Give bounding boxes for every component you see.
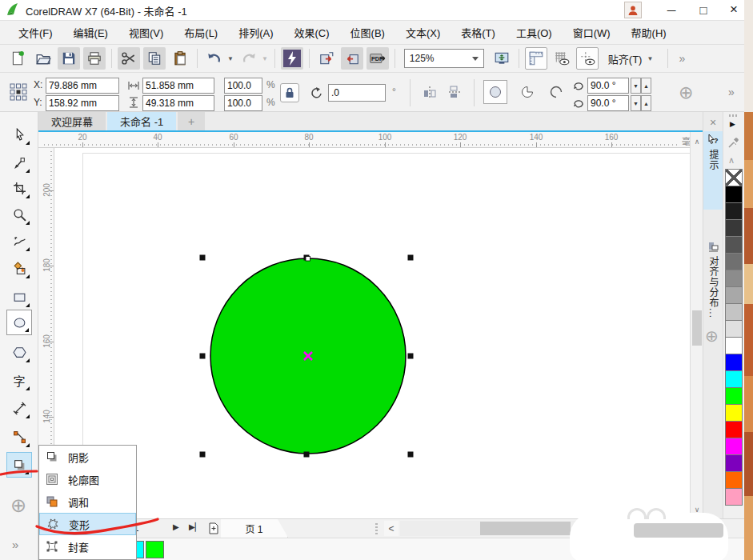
palette-swatch[interactable] [725, 404, 743, 422]
palette-swatch[interactable] [725, 387, 743, 405]
scale-h-input[interactable] [224, 78, 262, 94]
palette-flyout-arrow[interactable]: ▶ [730, 120, 735, 128]
paste-button[interactable] [169, 47, 191, 70]
copy-button[interactable] [143, 47, 166, 70]
menu-item-5[interactable]: 效果(C) [284, 22, 340, 43]
cut-button[interactable] [118, 47, 140, 70]
flyout-item-contour[interactable]: 轮廓图 [39, 468, 136, 490]
end-angle-down-spinner[interactable]: ▼ [631, 95, 641, 111]
arc-mode-button[interactable] [546, 82, 567, 102]
x-position-input[interactable] [46, 78, 119, 94]
import-button[interactable] [315, 47, 338, 70]
ellipse-mode-button[interactable] [483, 80, 507, 104]
last-page-button[interactable]: ▶▏ [189, 522, 201, 531]
menu-item-3[interactable]: 布局(L) [174, 22, 228, 43]
start-angle-input[interactable] [587, 78, 629, 94]
horizontal-scroll-thumb[interactable] [480, 522, 571, 535]
palette-swatch[interactable] [725, 471, 743, 489]
add-page-icon[interactable] [208, 522, 219, 534]
flyout-item-drop-shadow[interactable]: 阴影 [39, 446, 136, 468]
palette-swatch[interactable] [725, 253, 743, 270]
flyout-item-blend[interactable]: 调和 [39, 490, 136, 513]
freehand-tool[interactable] [6, 228, 32, 254]
open-button[interactable] [32, 47, 54, 70]
next-page-button[interactable]: ▶ [173, 522, 179, 531]
vertical-scroll-thumb[interactable] [692, 310, 702, 346]
quick-customize-button[interactable]: ⊕ [679, 82, 693, 103]
palette-swatch-none[interactable] [725, 169, 743, 186]
menu-item-9[interactable]: 工具(O) [506, 22, 563, 43]
palette-swatch[interactable] [725, 270, 743, 287]
close-button[interactable]: × [720, 0, 747, 19]
tab-welcome-screen[interactable]: 欢迎屏幕 [38, 112, 106, 130]
scrollbar-grip[interactable] [375, 523, 378, 534]
docker-close-button[interactable]: × [705, 115, 721, 130]
palette-swatch[interactable] [725, 202, 743, 220]
rotate-angle-input[interactable] [328, 84, 386, 102]
menu-item-6[interactable]: 位图(B) [340, 22, 395, 43]
menu-item-11[interactable]: 帮助(H) [621, 22, 677, 43]
palette-swatch[interactable] [725, 354, 743, 371]
page-1-tab[interactable]: 页 1 [221, 519, 288, 538]
save-button[interactable] [58, 47, 80, 70]
palette-swatch[interactable] [725, 421, 743, 438]
end-angle-input[interactable] [587, 95, 629, 111]
flyout-item-distort[interactable]: 变形 [39, 513, 136, 535]
propbar-overflow-button[interactable]: » [728, 86, 735, 98]
minimize-button[interactable]: ─ [658, 0, 685, 19]
snap-to-button[interactable]: 贴齐(T) ▼ [603, 49, 661, 69]
object-height-input[interactable] [142, 95, 214, 111]
print-button[interactable] [83, 47, 106, 70]
palette-swatch[interactable] [725, 219, 743, 237]
scale-v-input[interactable] [224, 95, 262, 111]
canvas-vertical-scrollbar[interactable]: ∧ ∨ [690, 132, 703, 518]
toolbox-overflow-button[interactable]: » [12, 538, 18, 551]
undo-dropdown-arrow[interactable]: ▼ [227, 55, 234, 62]
menu-item-4[interactable]: 排列(A) [228, 22, 283, 43]
menu-item-7[interactable]: 文本(X) [395, 22, 451, 43]
palette-swatch[interactable] [725, 337, 743, 354]
account-button[interactable] [624, 2, 642, 18]
y-position-input[interactable] [46, 95, 119, 111]
end-angle-up-spinner[interactable]: ▲ [641, 95, 651, 111]
show-guidelines-button[interactable] [576, 47, 599, 70]
show-grid-button[interactable] [551, 47, 573, 70]
palette-swatch[interactable] [725, 186, 743, 203]
new-document-button[interactable] [6, 47, 29, 70]
zoom-tool[interactable] [6, 202, 32, 227]
palette-swatch[interactable] [725, 438, 743, 455]
crop-tool[interactable] [6, 175, 32, 201]
maximize-button[interactable]: □ [690, 0, 717, 19]
palette-swatch[interactable] [725, 454, 743, 472]
polygon-tool[interactable] [6, 339, 32, 365]
zoom-level-combobox[interactable]: 125% [404, 49, 484, 68]
start-angle-down-spinner[interactable]: ▼ [631, 78, 641, 94]
object-origin-icon[interactable] [10, 83, 27, 101]
document-palette-swatch[interactable] [146, 541, 164, 558]
object-width-input[interactable] [142, 78, 214, 94]
palette-grip[interactable] [729, 114, 739, 117]
palette-swatch[interactable] [725, 488, 743, 506]
ellipse-tool[interactable] [6, 310, 32, 335]
drawing-canvas[interactable] [54, 148, 690, 518]
ellipse-top-node[interactable] [306, 257, 310, 262]
application-launcher-button[interactable] [281, 47, 303, 70]
palette-swatch[interactable] [725, 303, 743, 321]
pie-mode-button[interactable] [517, 82, 538, 102]
redo-button[interactable] [238, 47, 260, 70]
show-rulers-button[interactable] [525, 47, 547, 70]
scroll-up-arrow[interactable]: ∧ [691, 134, 703, 149]
connector-tool[interactable] [6, 424, 32, 450]
new-tab-button[interactable]: + [178, 112, 205, 130]
palette-swatch[interactable] [725, 370, 743, 388]
hscroll-left-button[interactable]: < [384, 521, 399, 536]
publish-pdf-button[interactable]: PDF [366, 47, 389, 70]
redo-dropdown-arrow[interactable]: ▼ [262, 55, 268, 62]
menu-item-2[interactable]: 视图(V) [118, 22, 174, 43]
mirror-vertical-button[interactable] [445, 82, 466, 102]
smart-fill-tool[interactable] [6, 255, 32, 281]
docker-customize-button[interactable]: ⊕ [705, 326, 719, 346]
palette-scroll-up[interactable]: ∧ [728, 155, 735, 166]
docker-tab-hints[interactable]: ? 提示 [703, 131, 723, 210]
start-angle-up-spinner[interactable]: ▲ [641, 78, 651, 94]
